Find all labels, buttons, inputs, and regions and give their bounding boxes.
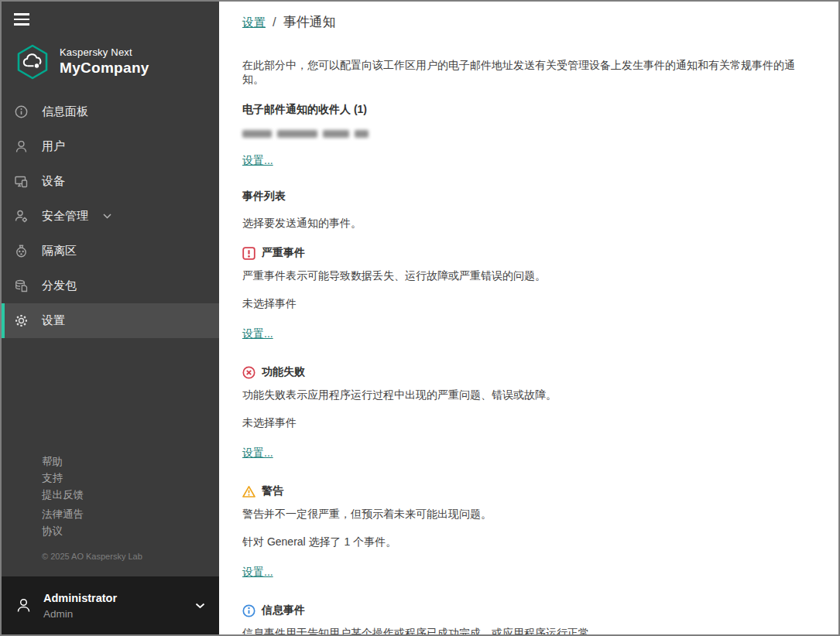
support-link[interactable]: 支持 bbox=[42, 470, 219, 487]
section-title: 功能失败 bbox=[262, 365, 305, 379]
section-title: 警告 bbox=[262, 484, 283, 498]
events-list-subtitle: 选择要发送通知的事件。 bbox=[242, 217, 815, 231]
sidebar-item-quarantine[interactable]: 隔离区 bbox=[2, 234, 219, 268]
warning-settings-link[interactable]: 设置... bbox=[242, 566, 273, 580]
sidebar-item-label: 设备 bbox=[42, 174, 65, 189]
settings-gear-icon bbox=[14, 313, 29, 328]
sidebar-item-security-management[interactable]: 安全管理 bbox=[2, 199, 219, 234]
redacted-email bbox=[242, 130, 815, 138]
sidebar-footer-links: 帮助 支持 提出反馈 法律通告 协议 bbox=[2, 453, 219, 540]
section-status: 未选择事件 bbox=[242, 297, 815, 311]
sidebar-item-devices[interactable]: 设备 bbox=[2, 164, 219, 199]
section-title: 信息事件 bbox=[262, 604, 305, 617]
section-title: 严重事件 bbox=[262, 246, 305, 260]
failure-settings-link[interactable]: 设置... bbox=[242, 446, 273, 460]
intro-text: 在此部分中，您可以配置向该工作区用户的电子邮件地址发送有关受管理设备上发生事件的… bbox=[242, 59, 815, 87]
section-description: 信息事件用于告知用户某个操作或程序已成功完成，或应用程序运行正常。 bbox=[242, 627, 815, 634]
copyright-text: © 2025 AO Kaspersky Lab bbox=[2, 552, 219, 561]
main-content: 设置 / 事件通知 在此部分中，您可以配置向该工作区用户的电子邮件地址发送有关受… bbox=[219, 2, 838, 634]
info-event-icon bbox=[242, 604, 255, 617]
section-status: 未选择事件 bbox=[242, 416, 815, 430]
sidebar-item-distribution-packages[interactable]: 分发包 bbox=[2, 268, 219, 303]
sidebar-item-users[interactable]: 用户 bbox=[2, 129, 219, 164]
sidebar-item-label: 用户 bbox=[42, 139, 65, 154]
brand-logo: Kaspersky Next MyCompany bbox=[14, 43, 219, 80]
user-name: Administrator bbox=[43, 592, 117, 604]
user-icon bbox=[15, 597, 32, 614]
page-title: 事件通知 bbox=[283, 13, 336, 31]
sidebar-item-label: 分发包 bbox=[42, 279, 77, 293]
critical-events-section: 严重事件 严重事件表示可能导致数据丢失、运行故障或严重错误的问题。 未选择事件 … bbox=[242, 246, 815, 365]
warning-icon bbox=[242, 485, 255, 498]
breadcrumb: 设置 / 事件通知 bbox=[242, 13, 815, 31]
recipients-title: 电子邮件通知的收件人 (1) bbox=[242, 103, 815, 117]
section-description: 严重事件表示可能导致数据丢失、运行故障或严重错误的问题。 bbox=[242, 269, 815, 283]
warning-section: 警告 警告并不一定很严重，但预示着未来可能出现问题。 针对 General 选择… bbox=[242, 484, 815, 604]
security-management-icon bbox=[14, 209, 29, 224]
chevron-down-icon bbox=[103, 214, 111, 219]
chevron-down-icon bbox=[195, 603, 205, 609]
section-description: 警告并不一定很严重，但预示着未来可能出现问题。 bbox=[242, 508, 815, 521]
brand-workspace-name: MyCompany bbox=[60, 60, 149, 77]
kaspersky-hexagon-logo-icon bbox=[14, 43, 51, 80]
sidebar-item-settings[interactable]: 设置 bbox=[2, 303, 219, 338]
help-link[interactable]: 帮助 bbox=[42, 453, 219, 470]
sidebar-item-label: 信息面板 bbox=[42, 104, 88, 119]
sidebar-item-label: 设置 bbox=[42, 313, 65, 328]
app-window: Kaspersky Next MyCompany 信息面板 用户 bbox=[0, 0, 840, 636]
functional-failure-section: 功能失败 功能失败表示应用程序运行过程中出现的严重问题、错误或故障。 未选择事件… bbox=[242, 365, 815, 484]
quarantine-icon bbox=[14, 244, 29, 258]
info-events-section: 信息事件 信息事件用于告知用户某个操作或程序已成功完成，或应用程序运行正常。 未… bbox=[242, 604, 815, 634]
sidebar-item-label: 安全管理 bbox=[42, 209, 88, 224]
section-status: 针对 General 选择了 1 个事件。 bbox=[242, 535, 815, 549]
hamburger-menu-icon[interactable] bbox=[14, 13, 31, 29]
events-list-title: 事件列表 bbox=[242, 190, 815, 203]
brand-product-name: Kaspersky Next bbox=[60, 46, 149, 58]
users-icon bbox=[14, 139, 29, 154]
sidebar-item-label: 隔离区 bbox=[42, 244, 77, 258]
functional-failure-icon bbox=[242, 366, 255, 379]
section-description: 功能失败表示应用程序运行过程中出现的严重问题、错误或故障。 bbox=[242, 388, 815, 402]
breadcrumb-settings-link[interactable]: 设置 bbox=[242, 15, 266, 30]
distribution-packages-icon bbox=[14, 279, 29, 293]
critical-event-icon bbox=[242, 247, 255, 260]
sidebar: Kaspersky Next MyCompany 信息面板 用户 bbox=[2, 2, 219, 634]
agreements-link[interactable]: 协议 bbox=[42, 523, 219, 540]
sidebar-item-dashboard[interactable]: 信息面板 bbox=[2, 94, 219, 129]
feedback-link[interactable]: 提出反馈 bbox=[42, 487, 219, 504]
devices-icon bbox=[14, 174, 29, 189]
user-role: Admin bbox=[43, 608, 117, 620]
breadcrumb-separator: / bbox=[273, 15, 276, 30]
critical-settings-link[interactable]: 设置... bbox=[242, 327, 273, 341]
legal-notices-link[interactable]: 法律通告 bbox=[42, 506, 219, 523]
sidebar-nav: 信息面板 用户 设备 bbox=[2, 94, 219, 338]
dashboard-icon bbox=[14, 104, 29, 119]
recipients-settings-link[interactable]: 设置... bbox=[242, 154, 273, 168]
user-account-menu[interactable]: Administrator Admin bbox=[2, 576, 219, 634]
